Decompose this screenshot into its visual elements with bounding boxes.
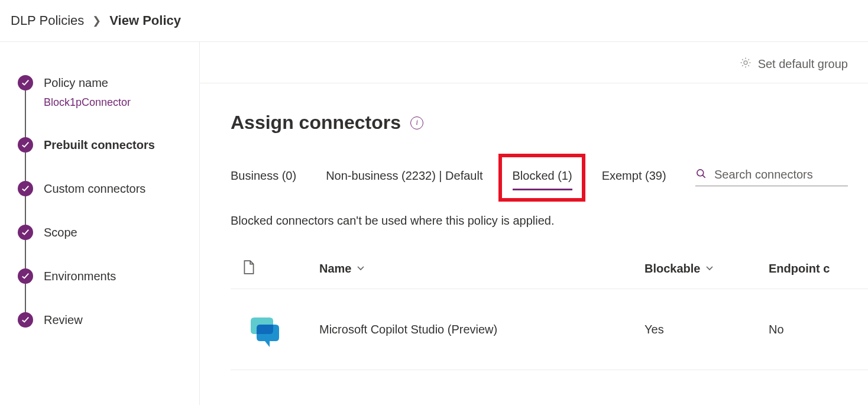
wizard-step-custom-connectors[interactable]: Custom connectors [18,181,199,225]
column-endpoint[interactable]: Endpoint c [769,262,856,276]
document-icon [242,260,255,278]
cell-name: Microsoft Copilot Studio (Preview) [319,323,644,336]
column-label: Name [319,262,351,276]
gear-icon [739,56,752,72]
chevron-right-icon: ❯ [92,14,101,27]
step-label: Scope [44,225,77,240]
step-label: Prebuilt connectors [44,137,155,153]
svg-point-1 [697,169,704,176]
step-label: Custom connectors [44,181,145,196]
column-blockable[interactable]: Blockable [644,262,769,276]
toolbar: Set default group [200,42,868,83]
tab-blocked[interactable]: Blocked (1) [513,163,572,190]
tabs: Business (0) Non-business (2232) | Defau… [231,163,695,190]
step-complete-icon [18,75,33,90]
info-icon[interactable]: i [410,116,423,129]
step-complete-icon [18,225,33,240]
tab-business[interactable]: Business (0) [231,163,296,190]
tab-exempt[interactable]: Exempt (39) [602,163,666,190]
search-icon [695,168,707,182]
step-label: Policy name [44,75,131,90]
column-label: Endpoint c [769,262,830,276]
step-label: Review [44,312,83,328]
svg-point-0 [744,61,747,64]
chevron-down-icon [705,262,714,276]
set-default-group-button[interactable]: Set default group [739,56,848,72]
step-complete-icon [18,268,33,284]
step-complete-icon [18,137,33,153]
cell-endpoint: No [769,323,856,336]
search-input[interactable] [714,168,848,182]
cell-blockable: Yes [644,323,769,336]
wizard-sidebar: Policy name Block1pConnector Prebuilt co… [0,42,200,405]
table-header: Name Blockable Endpoint c [231,255,868,289]
column-label: Blockable [644,262,700,276]
connectors-table: Name Blockable Endpoint c [231,255,868,370]
tab-label: Blocked (1) [513,169,572,182]
section-title: Assign connectors i [231,112,868,134]
copilot-studio-icon [242,307,287,352]
wizard-step-review[interactable]: Review [18,312,199,328]
chevron-down-icon [356,262,365,276]
wizard-step-environments[interactable]: Environments [18,268,199,312]
tab-description: Blocked connectors can't be used where t… [231,214,868,228]
tab-non-business[interactable]: Non-business (2232) | Default [326,163,482,190]
column-name[interactable]: Name [319,262,644,276]
toolbar-button-label: Set default group [758,57,848,71]
svg-line-2 [702,175,705,177]
column-icon[interactable] [242,260,319,278]
breadcrumb-parent[interactable]: DLP Policies [11,13,84,28]
step-complete-icon [18,312,33,328]
main-content: Set default group Assign connectors i Bu… [200,42,868,405]
wizard-step-policy-name[interactable]: Policy name Block1pConnector [18,75,199,137]
search-connectors[interactable] [695,168,848,186]
step-label: Environments [44,268,116,284]
breadcrumb: DLP Policies ❯ View Policy [0,0,868,42]
wizard-step-prebuilt-connectors[interactable]: Prebuilt connectors [18,137,199,181]
step-complete-icon [18,181,33,196]
breadcrumb-current: View Policy [109,13,181,28]
section-title-text: Assign connectors [231,112,401,134]
wizard-step-scope[interactable]: Scope [18,225,199,268]
step-sublabel: Block1pConnector [44,96,131,109]
table-row[interactable]: Microsoft Copilot Studio (Preview) Yes N… [231,289,868,370]
